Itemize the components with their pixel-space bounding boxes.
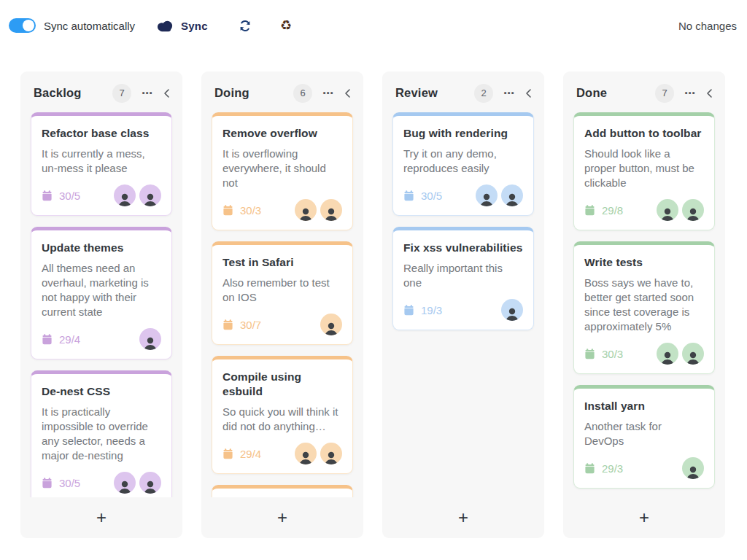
- card-description: Another task for DevOps: [584, 419, 704, 448]
- add-card-button[interactable]: +: [270, 509, 295, 526]
- recycle-icon: ♻: [280, 19, 292, 32]
- avatar-group: [657, 199, 704, 221]
- card-footer: 30/5: [42, 184, 161, 206]
- refresh-button[interactable]: [239, 20, 252, 32]
- task-card[interactable]: De-nest CSS It is practically impossible…: [31, 370, 172, 497]
- column-header: Backlog 7 ⋯: [20, 71, 182, 111]
- add-card-button[interactable]: +: [632, 509, 657, 526]
- card-footer: 30/3: [222, 199, 342, 221]
- sync-button[interactable]: Sync: [156, 20, 208, 32]
- avatar: [657, 199, 678, 221]
- card-due-date: 29/4: [42, 333, 80, 346]
- due-date-label: 29/3: [602, 462, 623, 475]
- column-footer: +: [20, 497, 182, 538]
- column-title: Done: [576, 86, 655, 100]
- column-footer: +: [201, 497, 363, 538]
- card-description: So quick you will think it did not do an…: [222, 405, 342, 434]
- task-card[interactable]: Remove overflow It is overflowing everyw…: [212, 112, 353, 230]
- card-due-date: 30/5: [42, 477, 80, 489]
- calendar-icon: [584, 349, 595, 359]
- person-icon: [142, 335, 159, 350]
- task-card[interactable]: Fix xss vulnerabilities Really important…: [392, 227, 534, 330]
- recycle-button[interactable]: ♻: [280, 19, 292, 32]
- calendar-icon: [42, 190, 53, 201]
- due-date-label: 29/4: [240, 448, 261, 460]
- chevron-left-icon: [705, 88, 713, 98]
- avatar-group: [114, 472, 161, 494]
- card-footer: 29/8: [584, 199, 704, 221]
- column-menu-button[interactable]: ⋯: [322, 88, 334, 98]
- calendar-icon: [403, 190, 414, 201]
- task-card[interactable]: Add button to toolbar Should look like a…: [573, 112, 715, 230]
- avatar-group: [501, 299, 523, 321]
- column-collapse-button[interactable]: [163, 88, 170, 98]
- avatar: [320, 199, 342, 221]
- task-card[interactable]: Test in Safari Also remember to test on …: [212, 241, 353, 345]
- card-title: Write tests: [584, 255, 704, 270]
- card-description: Also remember to test on IOS: [222, 276, 342, 305]
- person-icon: [684, 349, 702, 365]
- avatar: [114, 184, 136, 206]
- column-collapse-button[interactable]: [344, 88, 351, 98]
- add-card-button[interactable]: +: [89, 509, 114, 526]
- person-icon: [297, 206, 314, 221]
- person-icon: [322, 206, 340, 221]
- column-count-badge: 6: [293, 84, 312, 103]
- due-date-label: 29/4: [59, 333, 80, 346]
- calendar-icon: [222, 205, 233, 216]
- chevron-left-icon: [525, 88, 532, 98]
- column-menu-button[interactable]: ⋯: [142, 88, 153, 98]
- card-list: Refactor base class It is currently a me…: [20, 111, 182, 497]
- kanban-board: Backlog 7 ⋯ Refactor base class It is cu…: [20, 71, 727, 538]
- card-description: It is practically impossible to override…: [42, 405, 161, 463]
- add-card-button[interactable]: +: [451, 509, 476, 526]
- avatar: [295, 199, 317, 221]
- status-text: No changes: [678, 20, 737, 32]
- card-due-date: 30/5: [42, 190, 80, 202]
- avatar: [139, 184, 161, 206]
- column-collapse-button[interactable]: [525, 88, 532, 98]
- refresh-icon: [239, 20, 252, 32]
- due-date-label: 30/7: [240, 319, 261, 331]
- card-due-date: 29/8: [584, 204, 623, 217]
- card-due-date: 30/3: [584, 348, 623, 360]
- avatar: [114, 472, 136, 494]
- sync-auto-label: Sync automatically: [44, 20, 135, 32]
- task-card[interactable]: Compile using esbuild So quick you will …: [212, 356, 353, 474]
- column-collapse-button[interactable]: [705, 88, 713, 98]
- task-card[interactable]: Reconfigure grunt: [212, 485, 353, 497]
- calendar-icon: [584, 463, 595, 474]
- task-card[interactable]: Write tests Boss says we have to, better…: [573, 241, 715, 374]
- card-list: Add button to toolbar Should look like a…: [563, 111, 725, 497]
- due-date-label: 30/3: [602, 348, 623, 360]
- column-menu-button[interactable]: ⋯: [503, 88, 515, 98]
- card-title: Test in Safari: [222, 255, 342, 270]
- task-card[interactable]: Install yarn Another task for DevOps 29/…: [573, 385, 715, 489]
- card-title: Fix xss vulnerabilities: [403, 241, 523, 255]
- column-count-badge: 7: [655, 84, 674, 103]
- column-header: Done 7 ⋯: [563, 71, 725, 111]
- column-count-badge: 7: [112, 84, 131, 103]
- person-icon: [503, 191, 521, 206]
- column-doing: Doing 6 ⋯ Remove overflow It is overflow…: [201, 71, 363, 538]
- person-icon: [659, 206, 676, 221]
- task-card[interactable]: Bug with rendering Try it on any demo, r…: [392, 112, 534, 216]
- person-icon: [322, 320, 340, 335]
- avatar-group: [657, 343, 704, 365]
- sync-auto-toggle[interactable]: [9, 18, 36, 33]
- card-footer: 30/5: [403, 184, 523, 206]
- card-title: De-nest CSS: [42, 384, 161, 399]
- cloud-icon: [156, 20, 174, 32]
- task-card[interactable]: Refactor base class It is currently a me…: [31, 112, 172, 216]
- card-description: All themes need an overhaul, marketing i…: [42, 261, 161, 319]
- avatar: [295, 443, 317, 464]
- calendar-icon: [584, 205, 595, 216]
- task-card[interactable]: Update themes All themes need an overhau…: [31, 227, 172, 359]
- card-due-date: 30/7: [222, 319, 261, 331]
- avatar: [682, 199, 704, 221]
- column-title: Doing: [214, 86, 293, 100]
- column-menu-button[interactable]: ⋯: [684, 88, 696, 98]
- avatar: [320, 443, 342, 464]
- calendar-icon: [222, 319, 233, 330]
- card-footer: 29/4: [222, 443, 342, 464]
